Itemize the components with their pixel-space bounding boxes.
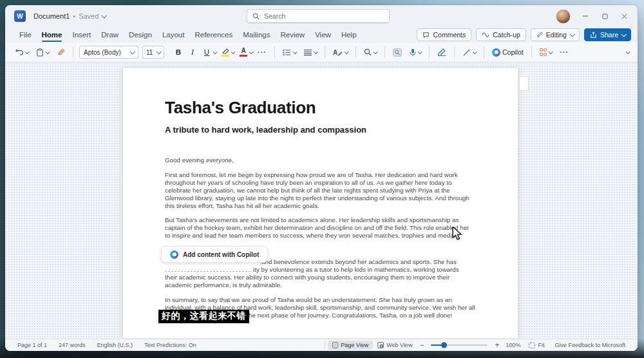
svg-text:A: A	[333, 49, 337, 56]
editing-label: Editing	[546, 31, 567, 39]
tab-design[interactable]: Design	[124, 29, 157, 41]
search-input[interactable]	[264, 12, 367, 20]
highlight-icon	[222, 48, 229, 57]
quick-toolbar: Aptos (Body) 11 B I U	[5, 42, 638, 62]
zoom-slider-handle[interactable]	[441, 343, 447, 348]
fit-label: Fit	[538, 342, 544, 348]
tab-help[interactable]: Help	[336, 29, 362, 41]
zoom-in-button[interactable]: +	[492, 341, 502, 350]
line-spacing-button[interactable]	[302, 47, 319, 58]
tab-insert[interactable]: Insert	[67, 29, 96, 41]
word-app-icon: W	[14, 10, 26, 22]
page-side-box[interactable]	[519, 76, 529, 91]
catchup-button[interactable]: Catch-up	[476, 28, 526, 41]
statusbar-divider	[325, 341, 325, 349]
bullet-list-icon	[283, 49, 291, 56]
saved-status: Saved	[79, 12, 99, 20]
close-button[interactable]	[614, 8, 634, 24]
dictate-button[interactable]	[408, 46, 423, 59]
tab-mailings[interactable]: Mailings	[238, 29, 275, 41]
line-spacing-icon	[304, 49, 312, 56]
catchup-icon	[482, 32, 489, 38]
title-separator-dot: •	[73, 12, 75, 20]
search-box[interactable]	[247, 9, 390, 23]
tab-home[interactable]: Home	[37, 29, 68, 41]
styles-button[interactable]: A	[331, 46, 350, 59]
highlight-button[interactable]	[220, 46, 236, 59]
ribbon-collapse-button[interactable]	[624, 49, 631, 56]
zoom-percentage[interactable]: 100%	[502, 342, 524, 348]
copilot-icon	[492, 48, 500, 57]
zoom-out-button[interactable]: −	[417, 341, 426, 350]
format-painter-icon	[57, 48, 65, 56]
font-name-select[interactable]: Aptos (Body)	[79, 46, 138, 59]
ellipsis-icon: ···	[560, 48, 569, 56]
comments-button[interactable]: Comments	[417, 28, 471, 41]
tab-view[interactable]: View	[310, 29, 336, 41]
styles-icon: A	[333, 48, 343, 57]
copilot-button[interactable]: Copilot	[490, 46, 526, 59]
bold-button[interactable]: B	[172, 46, 185, 58]
feedback-link[interactable]: Give Feedback to Microsoft	[549, 342, 631, 348]
document-canvas: Tasha's Graduation A tribute to hard wor…	[5, 62, 638, 339]
mouse-cursor-icon	[451, 227, 463, 241]
share-button[interactable]: Share	[584, 28, 631, 41]
close-icon	[621, 14, 627, 19]
font-size-select[interactable]: 11	[142, 46, 164, 59]
document-title-menu[interactable]: Document1 • Saved	[33, 12, 106, 20]
web-view-button[interactable]: Web View	[373, 341, 417, 350]
catchup-label: Catch-up	[493, 31, 520, 39]
tab-draw[interactable]: Draw	[96, 29, 124, 41]
editing-mode-button[interactable]: Editing	[531, 28, 580, 41]
zoom-slider[interactable]	[431, 344, 488, 346]
tab-layout[interactable]: Layout	[157, 29, 190, 41]
page-view-button[interactable]: Page View	[328, 341, 373, 350]
chevron-down-icon	[46, 50, 50, 54]
language-indicator[interactable]: English (U.S.)	[91, 342, 139, 348]
minimize-button[interactable]	[576, 8, 595, 24]
chevron-down-icon	[314, 50, 318, 54]
document-body: Good evening everyone, First and foremos…	[165, 149, 475, 326]
tab-review[interactable]: Review	[275, 29, 310, 41]
status-bar: Page 1 of 1 247 words English (U.S.) Tex…	[5, 339, 638, 351]
web-view-label: Web View	[386, 342, 412, 348]
designer-button[interactable]	[460, 46, 478, 59]
chevron-down-icon	[129, 49, 135, 54]
bold-label: B	[174, 48, 183, 56]
word-count[interactable]: 247 words	[53, 342, 91, 348]
font-name-value: Aptos (Body)	[84, 49, 121, 56]
toolbar-divider	[325, 46, 325, 58]
chevron-down-icon	[345, 50, 349, 54]
chevron-down-icon	[102, 13, 107, 18]
word-window: W Document1 • Saved File Home Insert	[5, 5, 638, 351]
underline-label: U	[202, 48, 211, 56]
toolbar-divider	[454, 46, 455, 58]
add-content-with-copilot-button[interactable]: Add content with Copilot	[161, 246, 268, 263]
font-color-button[interactable]: A	[238, 46, 254, 59]
tab-file[interactable]: File	[14, 29, 37, 41]
format-painter-button[interactable]	[55, 46, 67, 58]
editor-button[interactable]	[435, 46, 448, 58]
user-avatar[interactable]	[556, 9, 571, 24]
reading-view-button[interactable]	[391, 46, 404, 59]
paste-button[interactable]	[34, 46, 51, 59]
bullets-button[interactable]	[281, 47, 298, 58]
editor-icon	[437, 48, 446, 56]
italic-button[interactable]: I	[186, 46, 199, 58]
maximize-button[interactable]	[595, 8, 614, 24]
fit-button[interactable]: Fit	[524, 341, 549, 350]
more-toolbar-options-button[interactable]: ···	[558, 46, 571, 58]
title-bar: W Document1 • Saved	[5, 5, 638, 27]
sensitivity-button[interactable]	[538, 46, 554, 58]
undo-button[interactable]	[13, 46, 30, 58]
page-count[interactable]: Page 1 of 1	[12, 342, 53, 348]
document-page[interactable]: Tasha's Graduation A tribute to hard wor…	[122, 68, 518, 339]
chevron-down-icon	[473, 50, 477, 54]
toolbar-divider	[429, 46, 430, 58]
underline-button[interactable]: U	[200, 46, 218, 58]
comments-icon	[422, 32, 430, 39]
text-predictions-indicator[interactable]: Text Predictions: On	[138, 342, 202, 348]
tab-references[interactable]: References	[189, 29, 238, 41]
find-button[interactable]	[362, 46, 379, 58]
more-font-options-button[interactable]: ···	[256, 46, 269, 58]
